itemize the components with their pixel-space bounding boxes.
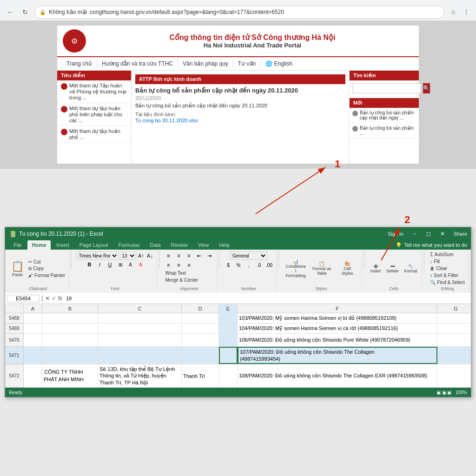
signin-label[interactable]: Sign in [388, 231, 403, 237]
sidebar-item-1[interactable]: Mời tham dự Tập huấn về Phòng vệ thương … [57, 80, 131, 103]
tab-page-layout[interactable]: Page Layout [75, 240, 113, 250]
fill-button[interactable]: ↓ Fill [429, 258, 441, 264]
nav-item-trang-chu[interactable]: Trang chủ [62, 59, 97, 68]
tab-home[interactable]: Home [27, 240, 51, 250]
find-select-button[interactable]: 🔍 Find & Select [429, 279, 466, 285]
align-bottom-left[interactable]: ≡ [164, 261, 173, 269]
autosum-button[interactable]: Σ AutoSum [429, 251, 455, 258]
cell-5471-f[interactable]: 107/PAM/2020: Đồ uống không cồn Shiseido… [238, 347, 437, 364]
col-header-c[interactable]: C [98, 304, 182, 313]
tell-me-text[interactable]: Tell me what you want to do [404, 242, 467, 248]
sidebar-item-2[interactable]: Mời tham dự tập huấn phổ biến pháp luật … [57, 103, 131, 126]
cell-5472-d[interactable]: Thanh Trì [182, 364, 219, 387]
restore-button[interactable]: ◻ [422, 229, 435, 238]
address-bar[interactable]: 🔒 Không bảo mật congthuong.hanoi.gov.vn/… [34, 6, 444, 19]
minimize-button[interactable]: − [408, 229, 421, 238]
cell-5472-g[interactable] [437, 364, 471, 387]
col-header-b[interactable]: B [42, 304, 98, 313]
tab-file[interactable]: File [9, 240, 26, 250]
cell-5468-d[interactable] [182, 313, 219, 323]
cell-5468-g[interactable] [437, 313, 471, 323]
cell-5471-d[interactable] [182, 347, 219, 364]
percent-button[interactable]: % [234, 261, 243, 269]
confirm-formula-icon[interactable]: ✓ [52, 295, 56, 302]
align-bottom-right[interactable]: ≡ [184, 261, 193, 269]
cell-5472-a[interactable] [24, 364, 42, 387]
italic-button[interactable]: I [95, 260, 105, 269]
delete-button[interactable]: ➖ Delete [384, 263, 400, 274]
dec-decrease[interactable]: .00 [264, 261, 274, 269]
search-button[interactable]: 🔍 [423, 83, 430, 93]
formula-input[interactable] [64, 296, 469, 301]
cell-5472-e[interactable] [219, 364, 238, 387]
font-grow-button[interactable]: A↑ [138, 252, 145, 259]
nav-item-tu-van[interactable]: Tư vấn [233, 59, 261, 68]
nav-item-huong-dan[interactable]: Hướng dẫn và tra cứu TTHC [97, 59, 178, 68]
align-top-center[interactable]: ≡ [174, 251, 183, 260]
cell-5469-f[interactable]: 104/PAM/2020: Mỹ somen Harima Seimen vị … [238, 324, 437, 333]
cell-5470-g[interactable] [437, 334, 471, 346]
cell-5468-c[interactable] [98, 313, 182, 323]
font-shrink-button[interactable]: A↓ [146, 252, 154, 259]
cell-5470-c[interactable] [98, 334, 182, 346]
cut-button[interactable]: ✂ Cut [27, 259, 66, 265]
attach-link[interactable]: Tu cong bo 20.11.2020.xlsx [135, 118, 198, 123]
align-top-right[interactable]: ≡ [184, 251, 193, 260]
format-button[interactable]: 🔧 Format [402, 263, 419, 274]
tab-insert[interactable]: Insert [52, 240, 74, 250]
sidebar-item-3[interactable]: Mời tham dự tập huấn phổ ... [57, 126, 131, 143]
cell-5472-b[interactable]: CÔNG TY TNHHPHÁT ANH MINH [42, 364, 98, 387]
share-label[interactable]: Share [454, 231, 467, 237]
article-title[interactable]: Bản tự công bố sản phẩm cập nhật đến ngà… [135, 87, 345, 94]
wrap-text-button[interactable]: Wrap Text [164, 270, 187, 276]
cell-5472-f[interactable]: 108/PAM/2020: Đồ uống không cồn Shiseido… [238, 364, 437, 387]
dec-increase[interactable]: .0 [254, 261, 264, 269]
cell-5471-a[interactable] [24, 347, 42, 364]
name-box[interactable] [7, 295, 40, 302]
bookmark-icon[interactable]: ☆ [448, 7, 458, 17]
cell-5471-b[interactable] [42, 347, 98, 364]
number-format-select[interactable]: General [230, 251, 267, 260]
merge-center-button[interactable]: Merge & Center [164, 277, 199, 283]
cell-5469-c[interactable] [98, 324, 182, 333]
cell-5471-g[interactable] [437, 347, 471, 364]
tab-formulas[interactable]: Formulas [114, 240, 145, 250]
underline-button[interactable]: U [106, 260, 115, 269]
format-painter-button[interactable]: 🖌 Format Painter [27, 272, 66, 278]
col-header-d[interactable]: D [182, 304, 219, 313]
cell-5470-a[interactable] [24, 334, 42, 346]
cell-styles-button[interactable]: 🎨 Cell Styles [336, 260, 359, 277]
bold-button[interactable]: B [85, 260, 94, 269]
reload-button[interactable]: ↻ [20, 7, 31, 18]
nav-item-van-ban[interactable]: Văn bản pháp quy [178, 59, 233, 68]
cell-5471-e[interactable] [219, 347, 238, 364]
cell-5470-f[interactable]: 106/PAM/2020: Đồ uống không cồn Shiseido… [238, 334, 437, 346]
sort-filter-button[interactable]: ↕ Sort & Filter [429, 272, 460, 278]
align-bottom-center[interactable]: ≡ [174, 261, 183, 269]
conditional-formatting-button[interactable]: 📊 Conditional Formatting [284, 258, 308, 279]
search-input[interactable] [352, 83, 421, 93]
tab-review[interactable]: Review [166, 240, 192, 250]
cell-5469-b[interactable] [42, 324, 98, 333]
border-button[interactable]: ⊞ [116, 260, 125, 269]
cell-5469-e[interactable] [219, 324, 238, 333]
copy-button[interactable]: ⧉ Copy [27, 265, 66, 272]
decrease-indent[interactable]: ⇤ [194, 251, 204, 260]
tab-help[interactable]: Help [214, 240, 234, 250]
cancel-formula-icon[interactable]: ✕ [45, 295, 50, 302]
format-as-table-button[interactable]: 📋 Format as Table [310, 260, 334, 277]
font-color-button[interactable]: A [136, 260, 145, 269]
fx-icon[interactable]: fx [58, 295, 62, 302]
settings-icon[interactable]: ⋮ [461, 7, 471, 17]
cell-5468-e[interactable] [219, 313, 238, 323]
cell-5469-g[interactable] [437, 324, 471, 333]
col-header-g[interactable]: G [437, 304, 471, 313]
cell-5468-b[interactable] [42, 313, 98, 323]
comma-button[interactable]: , [244, 261, 253, 269]
col-header-e[interactable]: E [219, 304, 238, 313]
font-name-select[interactable]: Times New Rom [77, 251, 119, 260]
fill-color-button[interactable]: A [126, 260, 135, 269]
cell-5469-d[interactable] [182, 324, 219, 333]
cell-5468-f[interactable]: 103/PAM/2020: Mỹ somen Harima Seimen vị … [238, 313, 437, 323]
cell-5472-c[interactable]: Số 13D, khu tập thể Bộ Tư Lệnh Thông tin… [98, 364, 182, 387]
